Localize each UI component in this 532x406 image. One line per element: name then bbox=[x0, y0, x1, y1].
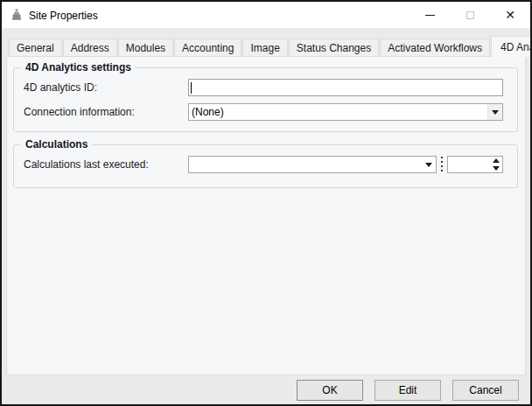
calculations-group-title: Calculations bbox=[21, 138, 92, 150]
tab-strip: General Address Modules Accounting Image… bbox=[2, 28, 530, 56]
connection-info-row: Connection information: (None) bbox=[24, 103, 503, 121]
analytics-id-input[interactable] bbox=[188, 79, 503, 96]
minimize-button[interactable] bbox=[410, 2, 450, 28]
analytics-id-row: 4D analytics ID: bbox=[24, 79, 503, 96]
spin-up-icon[interactable] bbox=[493, 158, 500, 163]
spin-down-icon[interactable] bbox=[493, 166, 500, 171]
ok-button[interactable]: OK bbox=[297, 380, 363, 401]
tab-status-changes[interactable]: Status Changes bbox=[289, 38, 379, 56]
titlebar: Site Properties ✕ bbox=[2, 2, 530, 28]
tab-activated-workflows[interactable]: Activated Workflows bbox=[380, 38, 490, 56]
tab-general[interactable]: General bbox=[9, 38, 62, 56]
analytics-settings-group: 4D Analytics settings 4D analytics ID: C… bbox=[13, 67, 518, 132]
maximize-button[interactable] bbox=[450, 2, 490, 28]
chevron-down-icon bbox=[492, 110, 499, 115]
connection-info-label: Connection information: bbox=[24, 106, 188, 118]
site-properties-icon bbox=[10, 8, 24, 22]
tab-4d-analytics[interactable]: 4D Analytics bbox=[491, 36, 532, 57]
calculations-time-spinner[interactable] bbox=[447, 156, 503, 173]
dialog-button-row: OK Edit Cancel bbox=[2, 375, 530, 404]
spinner-buttons bbox=[490, 157, 502, 172]
calculations-dropdown-button[interactable] bbox=[421, 157, 436, 172]
calculations-last-executed-label: Calculations last executed: bbox=[24, 158, 188, 171]
window-title: Site Properties bbox=[29, 9, 410, 22]
minimize-icon bbox=[425, 15, 435, 16]
dotted-separator bbox=[441, 157, 443, 172]
close-button[interactable]: ✕ bbox=[490, 2, 530, 28]
text-caret bbox=[191, 82, 192, 94]
connection-info-dropdown[interactable]: (None) bbox=[188, 103, 503, 121]
site-properties-dialog: Site Properties ✕ General Address Module… bbox=[0, 0, 532, 406]
analytics-settings-group-title: 4D Analytics settings bbox=[21, 61, 136, 74]
tab-modules[interactable]: Modules bbox=[118, 38, 173, 56]
connection-info-dropdown-button[interactable] bbox=[487, 104, 502, 120]
close-icon: ✕ bbox=[505, 8, 515, 22]
window-controls: ✕ bbox=[410, 2, 530, 28]
analytics-id-label: 4D analytics ID: bbox=[24, 81, 188, 94]
tab-address[interactable]: Address bbox=[63, 38, 117, 56]
edit-button[interactable]: Edit bbox=[374, 380, 441, 401]
chevron-down-icon bbox=[425, 163, 432, 167]
tab-page-4d-analytics: 4D Analytics settings 4D analytics ID: C… bbox=[6, 56, 526, 375]
cancel-button[interactable]: Cancel bbox=[452, 380, 519, 401]
calculations-last-executed-row: Calculations last executed: bbox=[24, 156, 503, 173]
connection-info-value: (None) bbox=[192, 106, 487, 118]
calculations-group: Calculations Calculations last executed: bbox=[13, 144, 518, 188]
tab-accounting[interactable]: Accounting bbox=[174, 38, 242, 56]
calculations-last-executed-dropdown[interactable] bbox=[188, 156, 437, 173]
maximize-icon bbox=[466, 11, 474, 19]
tab-image[interactable]: Image bbox=[242, 38, 287, 56]
